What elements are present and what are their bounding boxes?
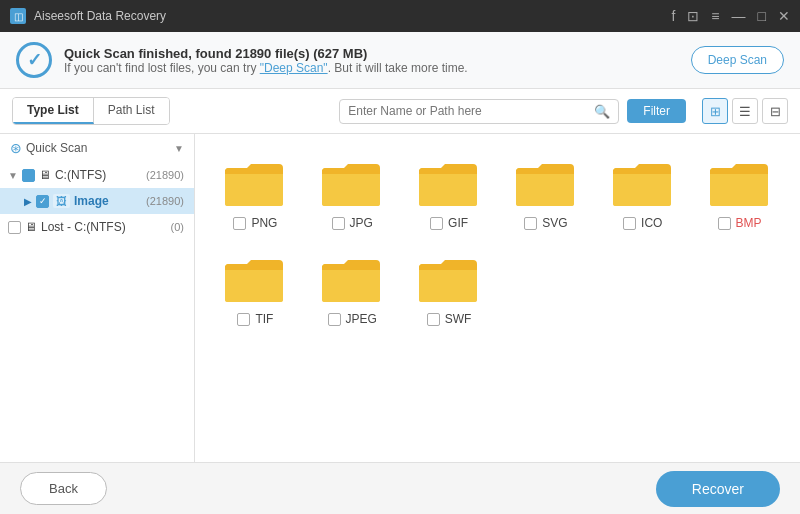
file-checkbox[interactable]	[233, 217, 246, 230]
menu-icon[interactable]: ≡	[711, 8, 719, 24]
svg-rect-18	[613, 172, 671, 206]
lost-checkbox[interactable]	[8, 221, 21, 234]
svg-rect-6	[322, 172, 380, 206]
image-checkbox[interactable]: ✓	[36, 195, 49, 208]
view-grid-button[interactable]: ⊞	[702, 98, 728, 124]
toolbar: Type List Path List 🔍 Filter ⊞ ☰ ⊟	[0, 89, 800, 134]
folder-icon	[710, 158, 770, 208]
svg-rect-35	[419, 266, 477, 270]
deep-scan-link[interactable]: "Deep Scan"	[260, 61, 328, 75]
folder-icon	[516, 158, 576, 208]
sidebar-item-image[interactable]: ▶ ✓ 🖼 Image (21890)	[0, 188, 194, 214]
svg-rect-2	[225, 172, 283, 206]
svg-rect-3	[225, 170, 283, 174]
folder-icon	[419, 158, 479, 208]
sidebar-item-c-drive[interactable]: ▼ 🖥 C:(NTFS) (21890)	[0, 162, 194, 188]
view-detail-button[interactable]: ⊟	[762, 98, 788, 124]
svg-rect-27	[225, 266, 283, 270]
file-checkbox[interactable]	[427, 313, 440, 326]
file-item-swf[interactable]: SWF	[405, 246, 494, 334]
c-drive-label: C:(NTFS)	[55, 168, 142, 182]
banner-sub-suffix: . But it will take more time.	[328, 61, 468, 75]
file-label-row: JPEG	[312, 312, 393, 326]
file-label-row: SVG	[506, 216, 587, 230]
file-item-jpg[interactable]: JPG	[308, 150, 397, 238]
lost-label: Lost - C:(NTFS)	[41, 220, 167, 234]
banner-sub-prefix: If you can't find lost files, you can tr…	[64, 61, 260, 75]
title-bar-controls: f ⊡ ≡ — □ ✕	[671, 8, 790, 24]
check-filled-icon: ⊛	[10, 140, 22, 156]
top-banner: ✓ Quick Scan finished, found 21890 file(…	[0, 32, 800, 89]
folder-icon	[613, 158, 673, 208]
content-area: ⊛ Quick Scan ▼ ▼ 🖥 C:(NTFS) (21890) ▶ ✓ …	[0, 134, 800, 462]
c-drive-count: (21890)	[146, 169, 184, 181]
file-name: GIF	[448, 216, 468, 230]
folder-icon	[322, 254, 382, 304]
file-checkbox[interactable]	[718, 217, 731, 230]
banner-left: ✓ Quick Scan finished, found 21890 file(…	[16, 42, 468, 78]
svg-rect-30	[322, 268, 380, 302]
grid-icon: ⊞	[710, 104, 721, 119]
search-input[interactable]	[348, 104, 594, 118]
file-checkbox[interactable]	[332, 217, 345, 230]
sidebar-item-lost[interactable]: 🖥 Lost - C:(NTFS) (0)	[0, 214, 194, 240]
search-box: 🔍	[339, 99, 619, 124]
file-item-png[interactable]: PNG	[211, 150, 300, 238]
file-checkbox[interactable]	[623, 217, 636, 230]
image-label: Image	[74, 194, 142, 208]
app-icon: ◫	[10, 8, 26, 24]
file-item-bmp[interactable]: BMP	[695, 150, 784, 238]
file-checkbox[interactable]	[237, 313, 250, 326]
file-label-row: BMP	[699, 216, 780, 230]
image-count: (21890)	[146, 195, 184, 207]
tab-path-list[interactable]: Path List	[94, 98, 169, 124]
expand-arrow-icon: ▶	[24, 196, 32, 207]
svg-rect-26	[225, 268, 283, 302]
file-item-tif[interactable]: TIF	[211, 246, 300, 334]
image-type-icon: 🖼	[53, 194, 70, 208]
file-name: SWF	[445, 312, 472, 326]
svg-rect-15	[516, 170, 574, 174]
minimize-btn[interactable]: —	[732, 8, 746, 24]
recover-button[interactable]: Recover	[656, 471, 780, 507]
folder-icon	[225, 158, 285, 208]
view-list-button[interactable]: ☰	[732, 98, 758, 124]
folder-icon	[225, 254, 285, 304]
file-label-row: ICO	[602, 216, 683, 230]
file-name: TIF	[255, 312, 273, 326]
facebook-icon[interactable]: f	[671, 8, 675, 24]
file-label-row: GIF	[409, 216, 490, 230]
sidebar-quick-scan[interactable]: ⊛ Quick Scan ▼	[0, 134, 194, 162]
maximize-btn[interactable]: □	[758, 8, 766, 24]
file-grid: PNG JPG GIF SVG ICO	[195, 134, 800, 462]
svg-rect-10	[419, 172, 477, 206]
filter-button[interactable]: Filter	[627, 99, 686, 123]
collapse-arrow-icon: ▼	[8, 170, 18, 181]
deep-scan-button[interactable]: Deep Scan	[691, 46, 784, 74]
back-button[interactable]: Back	[20, 472, 107, 505]
tab-type-list[interactable]: Type List	[13, 98, 94, 124]
file-checkbox[interactable]	[524, 217, 537, 230]
file-item-jpeg[interactable]: JPEG	[308, 246, 397, 334]
drive-icon: 🖥	[39, 168, 51, 182]
svg-rect-11	[419, 170, 477, 174]
file-name: BMP	[736, 216, 762, 230]
svg-rect-19	[613, 170, 671, 174]
file-name: SVG	[542, 216, 567, 230]
bottom-bar: Back Recover	[0, 462, 800, 514]
monitor-icon[interactable]: ⊡	[687, 8, 699, 24]
file-name: ICO	[641, 216, 662, 230]
title-bar-text: Aiseesoft Data Recovery	[34, 9, 671, 23]
c-drive-checkbox[interactable]	[22, 169, 35, 182]
file-checkbox[interactable]	[430, 217, 443, 230]
file-label-row: JPG	[312, 216, 393, 230]
file-checkbox[interactable]	[328, 313, 341, 326]
list-icon: ☰	[739, 104, 751, 119]
close-btn[interactable]: ✕	[778, 8, 790, 24]
banner-title: Quick Scan finished, found 21890 file(s)…	[64, 46, 468, 61]
file-label-row: SWF	[409, 312, 490, 326]
file-item-gif[interactable]: GIF	[405, 150, 494, 238]
file-item-ico[interactable]: ICO	[598, 150, 687, 238]
svg-rect-31	[322, 266, 380, 270]
file-item-svg[interactable]: SVG	[502, 150, 591, 238]
